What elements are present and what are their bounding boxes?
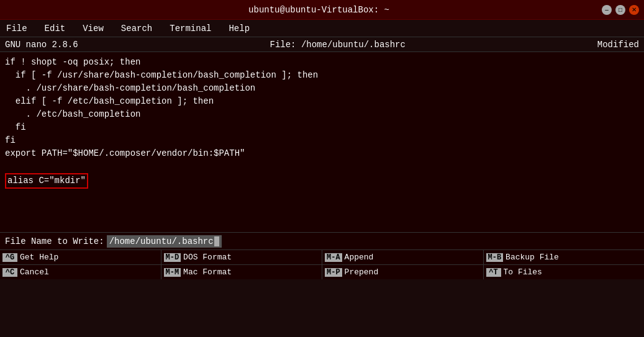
shortcut-label: Append	[345, 253, 374, 262]
editor-line: alias C="mkdir"	[5, 173, 639, 186]
shortcut-row: ^GGet HelpM-DDOS FormatM-AAppendM-BBacku…	[0, 249, 644, 264]
save-input-area: File Name to Write: /home/ubuntu/.bashrc	[5, 235, 222, 248]
title-bar: ubuntu@ubuntu-VirtualBox: ~ – □ ✕	[0, 0, 644, 20]
shortcut-key: M-B	[486, 253, 504, 262]
save-dialog: File Name to Write: /home/ubuntu/.bashrc	[0, 232, 644, 249]
save-value[interactable]: /home/ubuntu/.bashrc	[107, 235, 222, 248]
shortcut-cell: ^TTo Files	[484, 267, 645, 277]
shortcut-label: DOS Format	[183, 253, 232, 262]
shortcut-cell: ^CCancel	[0, 267, 161, 277]
editor-area[interactable]: if ! shopt -oq posix; then if [ -f /usr/…	[0, 52, 644, 232]
editor-line: . /usr/share/bash-completion/bash_comple…	[5, 82, 639, 95]
shortcuts-area: ^GGet HelpM-DDOS FormatM-AAppendM-BBacku…	[0, 249, 644, 279]
shortcut-label: Cancel	[20, 267, 49, 277]
shortcut-key: M-A	[325, 253, 342, 262]
shortcut-cell: M-MMac Format	[161, 267, 322, 277]
shortcut-label: To Files	[504, 267, 542, 277]
menu-file[interactable]: File	[2, 22, 31, 35]
editor-line: fi	[5, 121, 639, 134]
nano-modified: Modified	[597, 40, 639, 50]
minimize-button[interactable]: –	[602, 5, 612, 15]
menu-terminal[interactable]: Terminal	[166, 22, 215, 35]
save-label: File Name to Write:	[5, 236, 104, 246]
menu-bar: File Edit View Search Terminal Help	[0, 20, 644, 37]
editor-line	[5, 160, 639, 173]
save-cursor	[214, 236, 219, 246]
shortcut-row: ^CCancelM-MMac FormatM-PPrepend^TTo File…	[0, 264, 644, 279]
menu-help[interactable]: Help	[225, 22, 253, 35]
editor-line: elif [ -f /etc/bash_completion ]; then	[5, 95, 639, 108]
maximize-button[interactable]: □	[615, 5, 625, 15]
editor-line: if [ -f /usr/share/bash-completion/bash_…	[5, 69, 639, 82]
shortcut-label: Get Help	[20, 253, 58, 262]
shortcut-cell: M-AAppend	[322, 253, 483, 262]
shortcut-cell: M-DDOS Format	[161, 253, 322, 262]
shortcut-cell: M-BBackup File	[484, 253, 645, 262]
shortcut-key: M-D	[164, 253, 181, 262]
editor-line: if ! shopt -oq posix; then	[5, 56, 639, 69]
menu-search[interactable]: Search	[117, 22, 156, 35]
shortcut-key: M-M	[164, 268, 181, 277]
shortcut-key: M-P	[325, 268, 342, 277]
close-button[interactable]: ✕	[629, 5, 639, 15]
editor-line: export PATH="$HOME/.composer/vendor/bin:…	[5, 147, 639, 160]
nano-version: GNU nano 2.8.6	[5, 40, 78, 50]
shortcut-cell: M-PPrepend	[322, 267, 483, 277]
shortcut-cell: ^GGet Help	[0, 253, 161, 262]
shortcut-label: Mac Format	[183, 267, 232, 277]
window-controls[interactable]: – □ ✕	[602, 5, 639, 15]
window-title: ubuntu@ubuntu-VirtualBox: ~	[36, 5, 602, 15]
shortcut-label: Prepend	[345, 267, 379, 277]
editor-line: fi	[5, 134, 639, 147]
shortcut-key: ^C	[2, 268, 17, 277]
menu-edit[interactable]: Edit	[41, 22, 70, 35]
shortcut-key: ^T	[486, 268, 501, 277]
editor-line: . /etc/bash_completion	[5, 108, 639, 121]
shortcut-key: ^G	[2, 253, 17, 262]
shortcut-label: Backup File	[506, 253, 559, 262]
menu-view[interactable]: View	[79, 22, 107, 35]
nano-filename: File: /home/ubuntu/.bashrc	[270, 40, 405, 50]
nano-header: GNU nano 2.8.6 File: /home/ubuntu/.bashr…	[0, 37, 644, 52]
highlighted-editor-line: alias C="mkdir"	[5, 173, 88, 189]
save-path: /home/ubuntu/.bashrc	[109, 236, 214, 246]
